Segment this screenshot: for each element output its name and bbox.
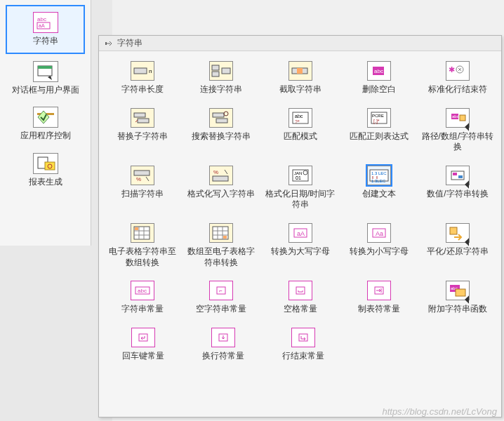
svg-rect-61 bbox=[223, 236, 227, 239]
svg-text:abc: abc bbox=[295, 114, 303, 119]
svg-text:01: 01 bbox=[296, 175, 301, 180]
palette-item-build[interactable]: 1.3 LEC1.3LEC创建文本 bbox=[341, 163, 417, 216]
palette-item-lower[interactable]: Aa转换为小写字母 bbox=[341, 220, 417, 274]
palette-item-label: 替换子字符串 bbox=[117, 131, 168, 142]
svg-text:?*: ?* bbox=[295, 119, 300, 124]
palette-item-norm[interactable]: ✱标准化行结束符 bbox=[420, 58, 496, 101]
space-icon bbox=[289, 281, 312, 300]
sidebar-item-report[interactable]: 报表生成 bbox=[0, 147, 91, 194]
palette-item-upper[interactable]: aA转换为大写字母 bbox=[262, 220, 338, 274]
palette-item-regex[interactable]: PCRE[.]*匹配正则表达式 bbox=[341, 105, 417, 159]
palette-item-fmt[interactable]: %格式化写入字符串 bbox=[183, 163, 259, 216]
palette-item-label: 平化/还原字符串 bbox=[427, 246, 488, 258]
svg-marker-6 bbox=[38, 111, 49, 123]
lower-icon: Aa bbox=[367, 223, 391, 243]
palette-item-space[interactable]: 空格常量 bbox=[262, 278, 338, 321]
pin-icon[interactable] bbox=[105, 39, 113, 48]
svg-rect-15 bbox=[222, 68, 230, 74]
svg-rect-35 bbox=[460, 115, 465, 121]
string-palette-flyout: 字符串 n字符串长度连接字符串截取字符串abc删除空白✱标准化行结束符替换子字符… bbox=[98, 35, 502, 417]
palette-item-label: 字符串长度 bbox=[121, 84, 164, 95]
svg-text:⌐: ⌐ bbox=[219, 288, 223, 294]
palette-item-label: 回车键常量 bbox=[122, 351, 164, 362]
palette-item-label: 格式化写入字符串 bbox=[187, 189, 255, 200]
sidebar-item-label: 报表生成 bbox=[29, 177, 62, 188]
mpat-icon: abc?* bbox=[289, 108, 312, 128]
sidebar-item-appctrl[interactable]: 应用程序控制 bbox=[0, 101, 91, 147]
palette-item-label: 制表符常量 bbox=[358, 304, 400, 315]
svg-rect-24 bbox=[213, 113, 224, 117]
palette-item-ss2a[interactable]: 电子表格字符串至数组转换 bbox=[105, 220, 180, 274]
palette-item-rep[interactable]: 替换子字符串 bbox=[105, 105, 180, 159]
palette-item-lf[interactable]: 换行符常量 bbox=[185, 325, 262, 368]
palette-item-label: 数值/字符串转换 bbox=[427, 189, 488, 200]
svg-text:abc: abc bbox=[452, 114, 459, 119]
svg-rect-48 bbox=[453, 173, 457, 175]
svg-rect-36 bbox=[134, 171, 150, 175]
palette-item-scan[interactable]: %扫描字符串 bbox=[105, 163, 180, 216]
palette-item-empty[interactable]: ⌐空字符串常量 bbox=[183, 278, 259, 321]
upper-icon: aA bbox=[289, 223, 312, 243]
fmt-icon: % bbox=[209, 166, 233, 185]
srep-icon bbox=[209, 108, 233, 128]
sidebar-item-label: 对话框与用户界面 bbox=[12, 85, 79, 96]
svg-rect-71 bbox=[296, 287, 305, 294]
svg-point-26 bbox=[224, 112, 228, 116]
palette-item-path[interactable]: abc路径/数组/字符串转换 bbox=[420, 105, 496, 159]
palette-item-label: 路径/数组/字符串转换 bbox=[421, 131, 494, 153]
palette-item-cat[interactable]: 连接字符串 bbox=[183, 58, 259, 101]
palette-item-tab[interactable]: 制表符常量 bbox=[341, 278, 417, 321]
svg-rect-75 bbox=[456, 289, 465, 296]
palette-item-len[interactable]: n字符串长度 bbox=[105, 58, 180, 101]
functions-sidebar: abcaA 字符串 对话框与用户界面 应用程序控制 报表生成 bbox=[0, 0, 91, 246]
tab-icon bbox=[367, 281, 391, 300]
svg-text:1.3 LEC: 1.3 LEC bbox=[371, 171, 387, 175]
sidebar-item-string[interactable]: abcaA 字符串 bbox=[6, 5, 85, 54]
palette-item-num[interactable]: 数值/字符串转换 bbox=[420, 163, 496, 216]
palette-item-more[interactable]: abc附加字符串函数 bbox=[420, 278, 496, 321]
palette-item-label: 创建文本 bbox=[362, 189, 396, 200]
palette-item-cr[interactable]: 回车键常量 bbox=[105, 325, 182, 368]
palette-item-a2ss[interactable]: 数组至电子表格字符串转换 bbox=[183, 220, 259, 274]
svg-rect-4 bbox=[38, 66, 52, 69]
palette-item-label: 转换为大写字母 bbox=[271, 246, 330, 258]
string-icon: abcaA bbox=[33, 12, 58, 33]
ss2a-icon bbox=[131, 223, 154, 243]
len-icon: n bbox=[131, 61, 154, 81]
flyout-title: 字符串 bbox=[117, 37, 142, 49]
svg-rect-23 bbox=[138, 119, 149, 123]
palette-item-label: 数组至电子表格字符串转换 bbox=[185, 246, 258, 268]
palette-item-label: 格式化日期/时间字符串 bbox=[263, 189, 336, 210]
palette-item-label: 扫描字符串 bbox=[121, 189, 164, 200]
palette-item-trim[interactable]: abc删除空白 bbox=[341, 58, 417, 101]
svg-text:abc: abc bbox=[37, 16, 46, 22]
palette-item-eol[interactable]: 行结束常量 bbox=[265, 325, 342, 368]
palette-item-label: 搜索替换字符串 bbox=[192, 131, 251, 142]
svg-rect-17 bbox=[297, 68, 303, 74]
palette-item-label: 截取字符串 bbox=[279, 84, 321, 95]
svg-text:abc: abc bbox=[138, 288, 147, 294]
svg-rect-39 bbox=[213, 176, 228, 181]
build-icon: 1.3 LEC1.3LEC bbox=[367, 166, 391, 185]
svg-text:aA: aA bbox=[39, 23, 45, 28]
sidebar-item-dialog[interactable]: 对话框与用户界面 bbox=[0, 55, 91, 102]
eol-icon bbox=[291, 328, 315, 347]
palette-item-flat[interactable]: 平化/还原字符串 bbox=[420, 220, 496, 274]
svg-rect-14 bbox=[212, 72, 219, 76]
palette-item-date[interactable]: JAN01格式化日期/时间字符串 bbox=[262, 163, 338, 216]
num-icon bbox=[446, 166, 470, 185]
svg-rect-66 bbox=[450, 227, 457, 234]
palette-item-label: 连接字符串 bbox=[200, 84, 242, 95]
svg-rect-55 bbox=[135, 227, 138, 230]
svg-text:%: % bbox=[136, 176, 141, 182]
palette-item-mpat[interactable]: abc?*匹配模式 bbox=[262, 105, 338, 159]
empty-icon: ⌐ bbox=[209, 281, 233, 300]
svg-rect-49 bbox=[458, 175, 463, 178]
regex-icon: PCRE[.]* bbox=[367, 108, 391, 128]
date-icon: JAN01 bbox=[289, 166, 312, 185]
report-icon bbox=[33, 153, 58, 174]
palette-item-sub[interactable]: 截取字符串 bbox=[262, 58, 338, 101]
cr-icon bbox=[131, 328, 155, 347]
palette-item-srep[interactable]: 搜索替换字符串 bbox=[183, 105, 259, 159]
palette-item-sconst[interactable]: abc字符串常量 bbox=[105, 278, 180, 321]
